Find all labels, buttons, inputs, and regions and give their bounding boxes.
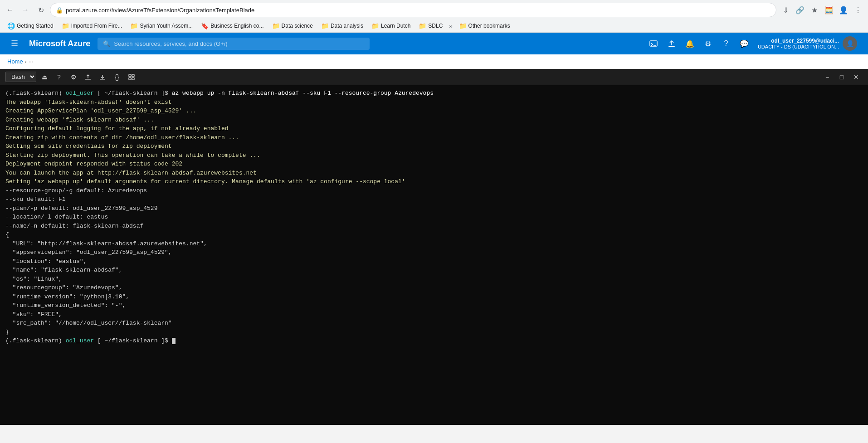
notifications-icon[interactable]: 🔔	[682, 35, 698, 52]
terminal-text: "resourcegroup": "Azuredevops",	[5, 284, 122, 291]
share-icon[interactable]: 🔗	[794, 4, 806, 16]
sessions-button[interactable]	[125, 71, 138, 83]
terminal-text: Creating AppServicePlan 'odl_user_227599…	[5, 107, 196, 114]
svg-rect-8	[132, 78, 134, 80]
terminal-text: "sku": "FREE",	[5, 311, 62, 318]
reload-button[interactable]: ↻	[34, 4, 47, 16]
terminal-text: You can launch the app at http://flask-s…	[5, 170, 257, 176]
terminal-line: --plan/-p default: odl_user_227599_asp_4…	[5, 204, 863, 213]
bookmark-getting-started[interactable]: 🌐 Getting Started	[4, 21, 57, 31]
forward-button[interactable]: →	[19, 4, 32, 16]
azure-search-input[interactable]	[114, 40, 364, 47]
breadcrumb-separator: ›	[25, 58, 27, 65]
bookmark-folder-icon-4: 📁	[272, 22, 280, 29]
terminal-text: Configuring default logging for the app,…	[5, 125, 228, 132]
address-bar[interactable]: 🔒	[50, 3, 776, 17]
terminal-line: Setting 'az webapp up' default arguments…	[5, 177, 863, 186]
back-button[interactable]: ←	[4, 4, 16, 16]
terminal-command: az webapp up -n flask-sklearn-abdsaf --s…	[172, 90, 434, 97]
bookmark-sdlc-label: SDLC	[428, 23, 443, 29]
settings-icon[interactable]: ⚙	[700, 35, 716, 52]
terminal-text: "src_path": "//home//odl_user//flask-skl…	[5, 320, 172, 326]
breadcrumb-home[interactable]: Home	[7, 58, 23, 65]
svg-rect-6	[132, 74, 134, 77]
settings-shell-button[interactable]: ⚙	[67, 71, 80, 83]
bookmark-imported-label: Imported From Fire...	[71, 23, 122, 29]
power-button[interactable]: ⏏	[38, 71, 51, 83]
terminal-text: Deployment endpoint responded with statu…	[5, 161, 182, 167]
azure-user-info: odl_user_227599@udaci... UDACITY - DS (U…	[758, 38, 839, 49]
download-icon[interactable]: ⇓	[779, 4, 792, 16]
help-shell-button[interactable]: ?	[53, 71, 65, 83]
close-button[interactable]: ✕	[850, 71, 863, 83]
download-file-button[interactable]	[96, 71, 109, 83]
azure-user-org: UDACITY - DS (UDACITYHOL ON...	[758, 44, 839, 49]
bookmark-imported-from-fire[interactable]: 📁 Imported From Fire...	[58, 21, 126, 31]
terminal-line: }	[5, 328, 863, 337]
shell-container: Bash ⏏ ? ⚙ {}	[0, 69, 868, 425]
upload-file-button[interactable]	[82, 71, 94, 83]
bookmark-data-analysis[interactable]: 📁 Data analysis	[317, 21, 367, 31]
terminal-text: "runtime_version_detected": "-",	[5, 302, 126, 309]
shell-toolbar: Bash ⏏ ? ⚙ {}	[0, 69, 868, 85]
breadcrumb-bar: Home › ···	[0, 54, 868, 69]
terminal-line: Deployment endpoint responded with statu…	[5, 160, 863, 169]
terminal-text: }	[5, 329, 9, 336]
terminal-line: "appserviceplan": "odl_user_227599_asp_4…	[5, 248, 863, 257]
bookmark-learn-dutch[interactable]: 📁 Learn Dutch	[368, 21, 414, 31]
maximize-button[interactable]: □	[835, 71, 848, 83]
shell-type-select[interactable]: Bash	[5, 72, 36, 82]
bookmark-getting-started-label: Getting Started	[17, 23, 54, 29]
minimize-button[interactable]: −	[821, 71, 834, 83]
hamburger-menu-button[interactable]: ☰	[7, 35, 22, 52]
terminal-line: --sku default: F1	[5, 195, 863, 204]
menu-icon[interactable]: ⋮	[852, 4, 864, 16]
bookmark-sdlc[interactable]: 📁 SDLC	[415, 21, 446, 31]
search-icon: 🔍	[103, 40, 110, 47]
bookmark-other[interactable]: 📁 Other bookmarks	[455, 21, 514, 31]
svg-rect-3	[85, 79, 91, 80]
bookmark-syrian-youth[interactable]: 📁 Syrian Youth Assem...	[127, 21, 196, 31]
bookmark-syrian-label: Syrian Youth Assem...	[140, 23, 193, 29]
bookmark-data-science[interactable]: 📁 Data science	[268, 21, 317, 31]
profile-icon[interactable]: 👤	[837, 4, 850, 16]
bookmarks-bar: 🌐 Getting Started 📁 Imported From Fire..…	[0, 20, 868, 32]
azure-logo: Microsoft Azure	[29, 39, 90, 49]
terminal-line: "URL": "http://flask-sklearn-abdsaf.azur…	[5, 239, 863, 248]
avatar: 👤	[843, 36, 857, 51]
terminal-line: "sku": "FREE",	[5, 310, 863, 319]
bookmark-star-icon[interactable]: ★	[808, 4, 821, 16]
url-input[interactable]	[66, 7, 770, 14]
terminal-line: Creating zip with contents of dir /home/…	[5, 133, 863, 142]
terminal-line: Creating webapp 'flask-sklearn-abdsaf' .…	[5, 116, 863, 125]
azure-username: odl_user_227599@udaci...	[758, 38, 839, 44]
terminal-text: "URL": "http://flask-sklearn-abdsaf.azur…	[5, 240, 207, 247]
browser-toolbar: ← → ↻ 🔒 ⇓ 🔗 ★ 🧮 👤 ⋮	[0, 0, 868, 20]
bookmark-data-science-label: Data science	[282, 23, 313, 29]
terminal-line: --resource-group/-g default: Azuredevops	[5, 186, 863, 195]
terminal-text: The webapp 'flask-sklearn-abdsaf' doesn'…	[5, 99, 172, 106]
braces-button[interactable]: {}	[111, 71, 123, 83]
terminal-text: "runtime_version": "python|3.10",	[5, 293, 129, 300]
upload-icon[interactable]	[663, 35, 680, 52]
terminal-text: "os": "Linux",	[5, 276, 62, 282]
terminal-text: Getting scm site credentials for zip dep…	[5, 143, 172, 150]
terminal-line: --location/-l default: eastus	[5, 213, 863, 222]
bookmark-business-english[interactable]: 🔖 Business English co...	[197, 21, 267, 31]
terminal[interactable]: (.flask-sklearn) odl_user [ ~/flask-skle…	[0, 85, 868, 425]
terminal-text: "appserviceplan": "odl_user_227599_asp_4…	[5, 249, 172, 256]
terminal-line: The webapp 'flask-sklearn-abdsaf' doesn'…	[5, 98, 863, 107]
feedback-icon[interactable]: 💬	[736, 35, 752, 52]
terminal-line: "location": "eastus",	[5, 257, 863, 266]
terminal-line: (.flask-sklearn) odl_user [ ~/flask-skle…	[5, 336, 863, 346]
help-icon[interactable]: ?	[718, 35, 734, 52]
bookmark-learn-dutch-label: Learn Dutch	[381, 23, 410, 29]
azure-user-profile[interactable]: odl_user_227599@udaci... UDACITY - DS (U…	[754, 34, 861, 53]
bookmark-folder-icon-7: 📁	[419, 22, 426, 29]
bookmark-folder-icon-6: 📁	[371, 22, 379, 29]
terminal-text: "location": "eastus",	[5, 258, 87, 265]
azure-search-box[interactable]: 🔍	[98, 38, 370, 50]
terminal-line: You can launch the app at http://flask-s…	[5, 169, 863, 178]
extensions-icon[interactable]: 🧮	[823, 4, 835, 16]
cloud-shell-icon[interactable]	[645, 35, 662, 52]
